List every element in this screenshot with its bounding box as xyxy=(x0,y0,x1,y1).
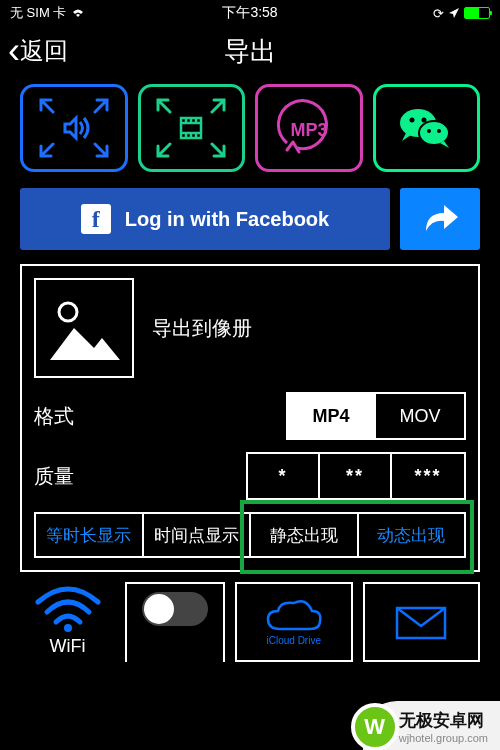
facebook-login-button[interactable]: f Log in with Facebook xyxy=(20,188,390,250)
mp3-icon: MP3 xyxy=(269,98,349,158)
chevron-left-icon: ‹ xyxy=(8,33,20,69)
share-arrow-icon xyxy=(420,203,460,235)
watermark: W 无极安卓网 wjhotel.group.com xyxy=(363,701,500,750)
facebook-label: Log in with Facebook xyxy=(125,208,329,231)
tab-static-appear[interactable]: 静态出现 xyxy=(251,514,359,556)
auth-row: f Log in with Facebook xyxy=(0,182,500,264)
battery-icon xyxy=(464,7,490,19)
gallery-label: 导出到像册 xyxy=(152,315,252,342)
share-button[interactable] xyxy=(400,188,480,250)
svg-point-16 xyxy=(59,303,77,321)
mail-button[interactable] xyxy=(363,582,481,662)
tab-timepoint[interactable]: 时间点显示 xyxy=(144,514,252,556)
wifi-status-icon xyxy=(70,7,86,19)
facebook-icon: f xyxy=(81,204,111,234)
quality-option-3[interactable]: *** xyxy=(392,454,464,498)
wechat-icon xyxy=(396,103,456,153)
format-option-mov[interactable]: MOV xyxy=(376,394,464,438)
svg-point-15 xyxy=(437,129,441,133)
tab-dynamic-appear[interactable]: 动态出现 xyxy=(359,514,465,556)
wifi-label: WiFi xyxy=(50,636,86,657)
icloud-label: iCloud Drive xyxy=(267,635,321,646)
format-segmented-control[interactable]: MP4 MOV xyxy=(286,392,466,440)
quality-option-1[interactable]: * xyxy=(248,454,320,498)
format-option-mp4[interactable]: MP4 xyxy=(288,394,376,438)
icloud-drive-button[interactable]: iCloud Drive xyxy=(235,582,353,662)
format-label: 格式 xyxy=(34,403,74,430)
watermark-badge-icon: W xyxy=(351,703,399,750)
back-button[interactable]: ‹ 返回 xyxy=(8,33,68,69)
nav-bar: ‹ 返回 导出 xyxy=(0,26,500,76)
svg-point-12 xyxy=(410,118,415,123)
svg-point-14 xyxy=(427,129,431,133)
page-title: 导出 xyxy=(224,34,276,69)
envelope-icon xyxy=(393,602,449,642)
gallery-thumbnail[interactable] xyxy=(34,278,134,378)
cloud-icon xyxy=(264,599,324,635)
tile-audio-fullscreen[interactable] xyxy=(20,84,128,172)
quality-segmented-control[interactable]: * ** *** xyxy=(246,452,466,500)
toggle-knob xyxy=(144,594,174,624)
quality-option-2[interactable]: ** xyxy=(320,454,392,498)
audio-expand-icon xyxy=(39,98,109,158)
export-tiles: MP3 xyxy=(0,76,500,182)
export-panel: 导出到像册 格式 MP4 MOV 质量 * ** *** 等时长显示 时间点显示… xyxy=(20,264,480,572)
quality-label: 质量 xyxy=(34,463,74,490)
status-time: 下午3:58 xyxy=(222,4,277,22)
location-status-icon xyxy=(448,7,460,19)
toggle-cell xyxy=(125,582,225,662)
wifi-icon[interactable] xyxy=(32,582,104,634)
tile-wechat[interactable] xyxy=(373,84,481,172)
svg-point-13 xyxy=(422,118,427,123)
video-expand-icon xyxy=(156,98,226,158)
watermark-title: 无极安卓网 xyxy=(399,709,488,732)
svg-point-11 xyxy=(419,121,449,145)
display-mode-tabs: 等时长显示 时间点显示 静态出现 动态出现 xyxy=(34,512,466,558)
image-placeholder-icon xyxy=(44,288,124,368)
svg-point-17 xyxy=(64,624,72,632)
status-bar: 无 SIM 卡 下午3:58 ⟳ xyxy=(0,0,500,26)
svg-text:MP3: MP3 xyxy=(290,120,327,140)
sim-status: 无 SIM 卡 xyxy=(10,4,66,22)
tile-mp3[interactable]: MP3 xyxy=(255,84,363,172)
wifi-toggle[interactable] xyxy=(142,592,208,626)
orientation-lock-icon: ⟳ xyxy=(433,6,444,21)
tab-equal-duration[interactable]: 等时长显示 xyxy=(36,514,144,556)
tile-video-fullscreen[interactable] xyxy=(138,84,246,172)
watermark-url: wjhotel.group.com xyxy=(399,732,488,744)
footer-row: WiFi iCloud Drive xyxy=(0,572,500,662)
back-label: 返回 xyxy=(20,35,68,67)
